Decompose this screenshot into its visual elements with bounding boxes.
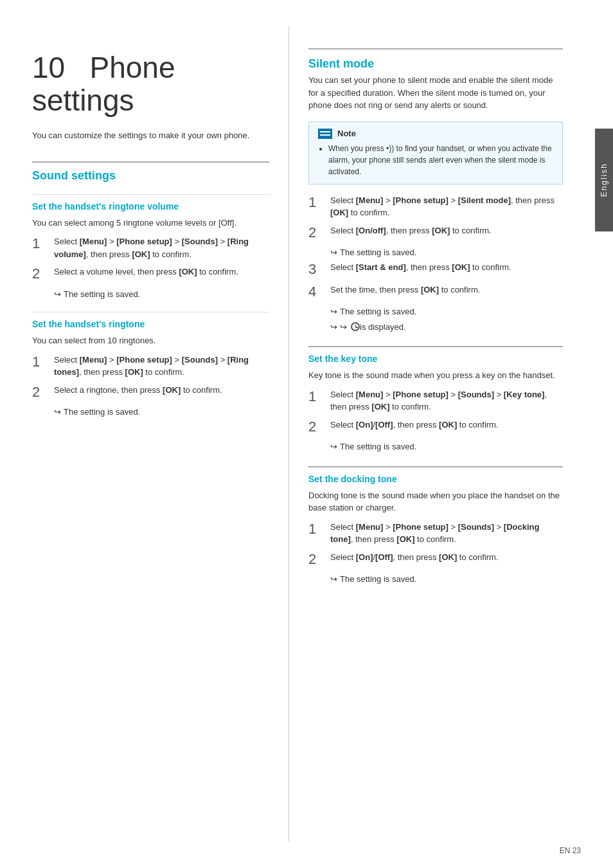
page-footer: EN 23 <box>560 846 581 855</box>
step-content: Select [Menu] > [Phone setup] > [Silent … <box>330 194 563 219</box>
ringtone-heading: Set the handset's ringtone <box>32 312 269 329</box>
sound-settings-heading: Sound settings <box>32 169 269 183</box>
step-item: 2 Select [On/off], then press [OK] to co… <box>308 224 563 241</box>
ringtone-volume-steps: 1 Select [Menu] > [Phone setup] > [Sound… <box>32 235 269 282</box>
step-result: The setting is saved. <box>330 305 563 318</box>
key-tone-heading: Set the key tone <box>308 346 563 364</box>
step-item: 2 Select [On]/[Off], then press [OK] to … <box>308 419 563 435</box>
step-content: Select [On/off], then press [OK] to conf… <box>330 224 563 237</box>
docking-tone-intro: Docking tone is the sound made when you … <box>308 489 563 514</box>
chapter-number: 10 <box>32 51 65 84</box>
step-result: The setting is saved. <box>54 288 269 301</box>
note-header: Note <box>318 129 553 139</box>
ringtone-intro: You can select from 10 ringtones. <box>32 334 269 347</box>
step-number: 1 <box>308 521 326 538</box>
step-content: Select [Menu] > [Phone setup] > [Sounds]… <box>54 235 269 260</box>
step-number: 1 <box>32 354 50 370</box>
step-number: 2 <box>32 266 50 282</box>
step-content: Select a ringtone, then press [OK] to co… <box>54 384 269 397</box>
step-item: 2 Select [On]/[Off], then press [OK] to … <box>308 551 563 568</box>
step-number: 4 <box>308 284 326 300</box>
silent-mode-steps-2: 3 Select [Start & end], then press [OK] … <box>308 261 563 300</box>
step-content: Select [On]/[Off], then press [OK] to co… <box>330 419 563 431</box>
footer-text: EN 23 <box>560 846 581 855</box>
docking-tone-steps: 1 Select [Menu] > [Phone setup] > [Sound… <box>308 521 563 568</box>
step-item: 3 Select [Start & end], then press [OK] … <box>308 261 563 278</box>
step-item: 1 Select [Menu] > [Phone setup] > [Sound… <box>308 521 563 546</box>
ringtone-steps: 1 Select [Menu] > [Phone setup] > [Sound… <box>32 354 269 401</box>
step-result: The setting is saved. <box>54 406 269 419</box>
step-number: 2 <box>308 224 326 241</box>
step-number: 1 <box>308 388 326 405</box>
key-tone-intro: Key tone is the sound made when you pres… <box>308 369 563 382</box>
note-box: Note When you press •)) to find your han… <box>308 122 563 185</box>
clock-icon <box>351 322 360 331</box>
step-content: Select [Menu] > [Phone setup] > [Sounds]… <box>330 521 563 546</box>
note-label: Note <box>337 129 356 138</box>
step-item: 1 Select [Menu] > [Phone setup] > [Sound… <box>32 235 269 260</box>
step-item: 1 Select [Menu] > [Phone setup] > [Sound… <box>308 388 563 413</box>
side-language-label: English <box>600 163 609 197</box>
step-result-icon: ↪ is displayed. <box>330 321 563 334</box>
note-content: When you press •)) to find your handset,… <box>318 143 553 177</box>
docking-tone-heading: Set the docking tone <box>308 466 563 484</box>
step-item: 2 Select a volume level, then press [OK]… <box>32 266 269 282</box>
key-tone-steps: 1 Select [Menu] > [Phone setup] > [Sound… <box>308 388 563 435</box>
silent-mode-intro: You can set your phone to silent mode an… <box>308 74 563 112</box>
note-icon <box>318 129 332 139</box>
step-number: 2 <box>32 384 50 401</box>
step-item: 4 Set the time, then press [OK] to confi… <box>308 284 563 300</box>
step-result: The setting is saved. <box>330 440 563 453</box>
step-number: 1 <box>32 235 50 252</box>
note-item: When you press •)) to find your handset,… <box>328 143 553 177</box>
step-number: 3 <box>308 261 326 278</box>
step-number: 2 <box>308 551 326 568</box>
step-content: Set the time, then press [OK] to confirm… <box>330 284 563 296</box>
step-content: Select [Menu] > [Phone setup] > [Sounds]… <box>54 354 269 379</box>
step-item: 1 Select [Menu] > [Phone setup] > [Silen… <box>308 194 563 219</box>
side-language-tab: English <box>595 129 613 231</box>
ringtone-volume-heading: Set the handset's ringtone volume <box>32 194 269 212</box>
chapter-heading: 10 Phone settings <box>32 51 269 116</box>
step-content: Select [Start & end], then press [OK] to… <box>330 261 563 274</box>
step-result: The setting is saved. <box>330 246 563 259</box>
step-item: 2 Select a ringtone, then press [OK] to … <box>32 384 269 401</box>
silent-mode-heading: Silent mode <box>308 48 563 71</box>
step-number: 2 <box>308 419 326 435</box>
chapter-intro: You can customize the settings to make i… <box>32 129 269 142</box>
ringtone-volume-intro: You can select among 5 ringtone volume l… <box>32 217 269 230</box>
step-result: The setting is saved. <box>330 573 563 586</box>
right-column: Silent mode You can set your phone to si… <box>289 26 595 842</box>
step-content: Select [Menu] > [Phone setup] > [Sounds]… <box>330 388 563 413</box>
step-result-text: is displayed. <box>360 321 406 334</box>
step-number: 1 <box>308 194 326 211</box>
step-content: Select [On]/[Off], then press [OK] to co… <box>330 551 563 564</box>
left-column: 10 Phone settings You can customize the … <box>0 26 289 842</box>
step-content: Select a volume level, then press [OK] t… <box>54 266 269 278</box>
step-item: 1 Select [Menu] > [Phone setup] > [Sound… <box>32 354 269 379</box>
silent-mode-steps: 1 Select [Menu] > [Phone setup] > [Silen… <box>308 194 563 241</box>
